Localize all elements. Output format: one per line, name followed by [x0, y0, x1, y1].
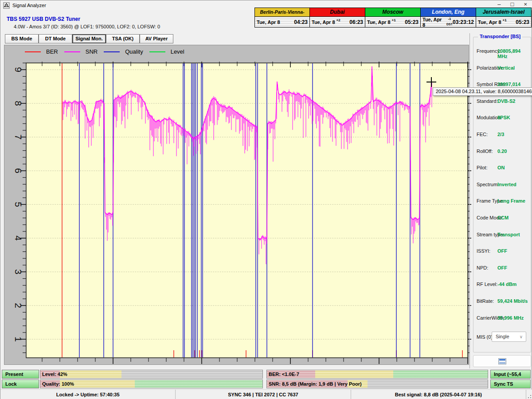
status-bar: Locked -> Uptime: 57:40:35 SYNC 346 | TE… [0, 389, 532, 399]
level-bar: Level: 42% [40, 370, 263, 379]
tab-tsa[interactable]: TSA (OK) [106, 34, 140, 43]
clock-berlin: Berlin-Paris-Vienna-Roma Tue, Apr 8 04:2… [254, 8, 310, 27]
clock-utc-offset: +2 [336, 19, 340, 22]
tab-signal-mon[interactable]: Signal Mon. [72, 34, 106, 43]
snr-plot[interactable]: 123456789 [4, 45, 469, 365]
field-carrierwidth: CarrierWidth:35,996 MHz [473, 314, 531, 331]
stream-list-button[interactable] [473, 355, 531, 367]
snr-bar: SNR: 8,5 dB (Margin: 1,9 dB | Very Poor) [266, 379, 488, 388]
field-rf-level: RF Level:-44 dBm [473, 280, 531, 297]
panel-divider [469, 33, 470, 368]
field-standard: Standard:DVB-S2 [473, 97, 531, 114]
tab-av-player[interactable]: AV Player [140, 34, 173, 43]
field-fec: FEC:2/3 [473, 130, 531, 147]
best-signal-status: Best signal: 8,8 dB (2025-04-07 19:16) [351, 390, 526, 399]
clock-city-label: Dubai [310, 8, 365, 17]
value-tooltip: 2025-04-08 04.23.11, value: 8,6000003814… [433, 87, 532, 96]
mode-tabs: BS Mode DT Mode Signal Mon. TSA (OK) AV … [5, 34, 173, 43]
clock-london: London, Eng Tue, Apr 8 -1 DST 03:23:12 [421, 8, 476, 27]
clock-dst-label: DST [446, 23, 453, 26]
clock-utc-offset: +1 [392, 19, 396, 22]
clock-time: 06:23 [349, 19, 363, 25]
sync-ts-badge: Sync TS [490, 379, 531, 388]
field-stream-type: Stream type:Transport [473, 231, 531, 247]
clock-date: Tue, Apr 8 [422, 17, 445, 27]
ber-bar: BER: <1.0E-7 [266, 370, 488, 379]
crosshair-cursor [431, 77, 432, 87]
clock-utc-offset: +1 [503, 19, 507, 22]
tuner-title: TBS 5927 USB DVB-S2 Tuner [7, 16, 80, 22]
world-clocks: Berlin-Paris-Vienna-Roma Tue, Apr 8 04:2… [254, 8, 532, 27]
quality-bar: Quality: 100% [40, 379, 263, 388]
clock-jerusalem: Jerusalem-Israel Tue, Apr 8 +1 05:23 [476, 8, 532, 27]
clock-time: 04:23 [294, 19, 308, 25]
signal-chart-panel: BER SNR Quality Level 123456789 [4, 45, 469, 365]
clock-utc-offset: -1 [448, 17, 451, 20]
field-modulation: Modulation:8PSK [473, 113, 531, 130]
clock-moscow: Moscow Tue, Apr 8 +1 05:23 [365, 8, 421, 27]
clock-date: Tue, Apr 8 [312, 20, 335, 25]
field-bitrate: BitRate:59,424 Mbit/s [473, 297, 531, 314]
mis-row: MIS (0): Single ∨ [473, 331, 531, 344]
mis-select[interactable]: Single ∨ [492, 332, 526, 342]
clock-city-label: London, Eng [421, 8, 476, 17]
clock-date: Tue, Apr 8 [367, 20, 391, 25]
field-rolloff: RollOff:0.20 [473, 147, 531, 164]
clock-city-label: Berlin-Paris-Vienna-Roma [255, 8, 309, 17]
tab-bs-mode[interactable]: BS Mode [5, 34, 39, 43]
tuner-subtitle: 4.0W - Amos 3/7 (ID: 3560) @ LOF1: 97500… [14, 24, 160, 29]
field-code-mode: Code Mode:CCM [473, 214, 531, 231]
window-title: Signal Analyzer [12, 3, 46, 8]
field-spectrum: Spectrum:Inverted [473, 180, 531, 197]
clock-dubai: Dubai Tue, Apr 8 +2 06:23 [310, 8, 365, 27]
monitor-row-1: Present Level: 42% BER: <1.0E-7 Input (~… [0, 370, 532, 379]
clock-city-label: Jerusalem-Israel [476, 8, 531, 17]
resize-grip[interactable] [526, 390, 532, 399]
lock-badge: Lock [2, 379, 39, 388]
clock-date: Tue, Apr 8 [257, 20, 280, 25]
present-badge: Present [2, 370, 39, 379]
monitor-row-2: Lock Quality: 100% SNR: 8,5 dB (Margin: … [0, 379, 532, 388]
clock-time: 05:23 [516, 19, 529, 25]
app-icon [3, 2, 10, 9]
field-frame-type: Frame Type:Long Frame [473, 197, 531, 214]
stream-list-icon [498, 358, 506, 364]
transponder-groupbox: Transponder [BS] Frequency:10805,894 MHz… [473, 37, 531, 352]
field-npd: NPD:OFF [473, 264, 531, 281]
clock-city-label: Moscow [365, 8, 420, 17]
clock-date: Tue, Apr 8 [478, 20, 501, 25]
uptime-status: Locked -> Uptime: 57:40:35 [0, 390, 176, 399]
field-issyi: ISSYI:OFF [473, 247, 531, 264]
transponder-title: Transponder [BS] [478, 34, 522, 39]
input-bitrate-badge: Input (~55,4 Mbps) [490, 370, 531, 379]
field-pilot: Pilot:ON [473, 164, 531, 180]
tab-dt-mode[interactable]: DT Mode [39, 34, 72, 43]
app-window: Signal Analyzer – □ × TBS 5927 USB DVB-S… [0, 0, 532, 399]
field-frequency: Frequency:10805,894 MHz [473, 47, 531, 64]
clock-time: 03:23:12 [453, 19, 474, 25]
chevron-down-icon: ∨ [520, 332, 523, 341]
sync-status: SYNC 346 | TEI 2072 | CC 7637 [176, 390, 351, 399]
clock-time: 05:23 [405, 19, 419, 25]
field-polarization: Polarization:Vertical [473, 64, 531, 81]
